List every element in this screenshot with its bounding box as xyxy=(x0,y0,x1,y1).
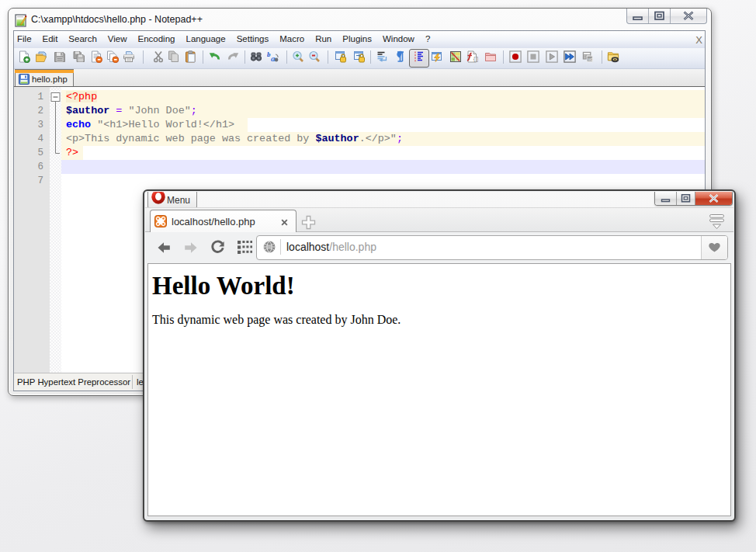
svg-text:uc: uc xyxy=(588,57,592,61)
svg-text:{}: {} xyxy=(473,56,478,62)
svg-text:a: a xyxy=(271,54,276,63)
